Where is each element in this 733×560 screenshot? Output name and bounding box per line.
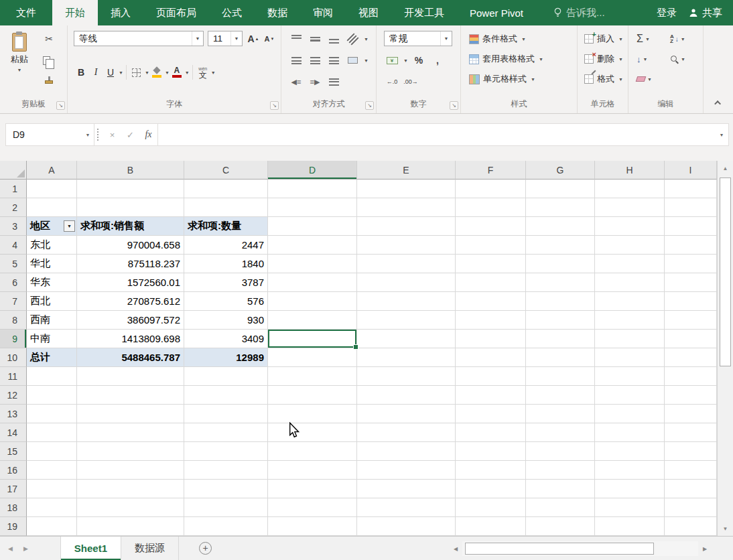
cell-C6[interactable]: 3787	[184, 273, 268, 292]
row-header-15[interactable]: 15	[0, 442, 27, 461]
cell-H11[interactable]	[595, 367, 665, 386]
horizontal-scrollbar[interactable]: ◀ ▶	[449, 541, 712, 556]
cell-A16[interactable]	[27, 461, 77, 480]
cell-A11[interactable]	[27, 367, 77, 386]
cell-A18[interactable]	[27, 498, 77, 517]
cell-I5[interactable]	[665, 255, 717, 273]
cell-F2[interactable]	[456, 198, 526, 217]
cell-E4[interactable]	[357, 236, 456, 255]
cell-G15[interactable]	[526, 442, 595, 461]
cell-A12[interactable]	[27, 386, 77, 405]
cell-H19[interactable]	[595, 517, 665, 536]
column-header-F[interactable]: F	[456, 161, 526, 180]
cell-F14[interactable]	[456, 423, 526, 442]
cell-G12[interactable]	[526, 386, 595, 405]
select-all-button[interactable]	[0, 161, 27, 180]
cell-G11[interactable]	[526, 367, 595, 386]
row-header-8[interactable]: 8	[0, 311, 27, 330]
autosum-button[interactable]: Σ▼	[634, 31, 653, 47]
cell-C16[interactable]	[184, 461, 268, 480]
cell-H1[interactable]	[595, 180, 665, 198]
cell-E17[interactable]	[357, 480, 456, 498]
cell-I13[interactable]	[665, 405, 717, 423]
row-header-4[interactable]: 4	[0, 236, 27, 255]
cell-I6[interactable]	[665, 273, 717, 292]
sign-in-button[interactable]: 登录	[657, 7, 677, 19]
cell-E19[interactable]	[357, 517, 456, 536]
cell-B5[interactable]: 875118.237	[77, 255, 184, 273]
tab-page-layout[interactable]: 页面布局	[143, 0, 209, 25]
cell-C7[interactable]: 576	[184, 292, 268, 311]
align-top-button[interactable]	[288, 31, 304, 47]
cell-G1[interactable]	[526, 180, 595, 198]
cell-D7[interactable]	[268, 292, 357, 311]
cell-D2[interactable]	[268, 198, 357, 217]
cell-G17[interactable]	[526, 480, 595, 498]
cell-I17[interactable]	[665, 480, 717, 498]
cell-H18[interactable]	[595, 498, 665, 517]
cell-D1[interactable]	[268, 180, 357, 198]
cell-E12[interactable]	[357, 386, 456, 405]
row-header-6[interactable]: 6	[0, 273, 27, 292]
cell-I12[interactable]	[665, 386, 717, 405]
cell-G10[interactable]	[526, 348, 595, 367]
insert-function-button[interactable]: fx	[139, 124, 157, 145]
decrease-decimal-button[interactable]: .00→	[403, 74, 419, 90]
column-header-D[interactable]: D	[268, 161, 357, 180]
align-center-button[interactable]	[307, 52, 323, 68]
tab-formulas[interactable]: 公式	[209, 0, 255, 25]
number-format-select[interactable]: 常规 ▼	[384, 31, 452, 46]
cell-F9[interactable]	[456, 330, 526, 348]
cell-C10[interactable]: 12989	[184, 348, 268, 367]
find-select-button[interactable]: ▼	[667, 51, 688, 67]
cell-B14[interactable]	[77, 423, 184, 442]
row-header-3[interactable]: 3	[0, 217, 27, 236]
accounting-format-button[interactable]: ¥	[384, 52, 400, 68]
bold-button[interactable]: B	[74, 64, 88, 80]
cell-H10[interactable]	[595, 348, 665, 367]
cell-G8[interactable]	[526, 311, 595, 330]
row-header-18[interactable]: 18	[0, 498, 27, 517]
cell-G6[interactable]	[526, 273, 595, 292]
cell-A17[interactable]	[27, 480, 77, 498]
cell-F12[interactable]	[456, 386, 526, 405]
cell-D6[interactable]	[268, 273, 357, 292]
cell-H9[interactable]	[595, 330, 665, 348]
cell-A13[interactable]	[27, 405, 77, 423]
scroll-left-icon[interactable]: ◀	[449, 541, 462, 556]
decrease-font-size-button[interactable]: A▼	[262, 31, 277, 46]
cell-E16[interactable]	[357, 461, 456, 480]
clipboard-dialog-launcher[interactable]: ↘	[56, 101, 65, 110]
cell-B2[interactable]	[77, 198, 184, 217]
cell-B13[interactable]	[77, 405, 184, 423]
underline-button[interactable]: U	[103, 64, 118, 80]
scroll-up-icon[interactable]: ▲	[718, 161, 733, 176]
cell-I15[interactable]	[665, 442, 717, 461]
cell-F17[interactable]	[456, 480, 526, 498]
sort-filter-button[interactable]: AZ↓▼	[667, 31, 688, 47]
cell-G16[interactable]	[526, 461, 595, 480]
paste-button[interactable]: 粘贴 ▼	[4, 29, 35, 94]
alignment-dialog-launcher[interactable]: ↘	[365, 101, 374, 110]
vertical-scrollbar[interactable]: ▲ ▼	[717, 161, 733, 536]
format-as-table-button[interactable]: 套用表格格式 ▼	[465, 51, 547, 67]
cell-F13[interactable]	[456, 405, 526, 423]
cell-D9[interactable]	[268, 330, 357, 348]
cell-I8[interactable]	[665, 311, 717, 330]
cell-H4[interactable]	[595, 236, 665, 255]
cell-G13[interactable]	[526, 405, 595, 423]
borders-button[interactable]	[129, 64, 144, 80]
cell-D13[interactable]	[268, 405, 357, 423]
cell-E2[interactable]	[357, 198, 456, 217]
column-header-A[interactable]: A	[27, 161, 77, 180]
tab-insert[interactable]: 插入	[98, 0, 143, 25]
cell-D19[interactable]	[268, 517, 357, 536]
row-header-11[interactable]: 11	[0, 367, 27, 386]
cell-F10[interactable]	[456, 348, 526, 367]
cell-C14[interactable]	[184, 423, 268, 442]
wrap-text-button[interactable]	[326, 74, 342, 90]
align-bottom-button[interactable]	[326, 31, 342, 47]
tab-data[interactable]: 数据	[255, 0, 300, 25]
cell-H8[interactable]	[595, 311, 665, 330]
align-left-button[interactable]	[288, 52, 304, 68]
